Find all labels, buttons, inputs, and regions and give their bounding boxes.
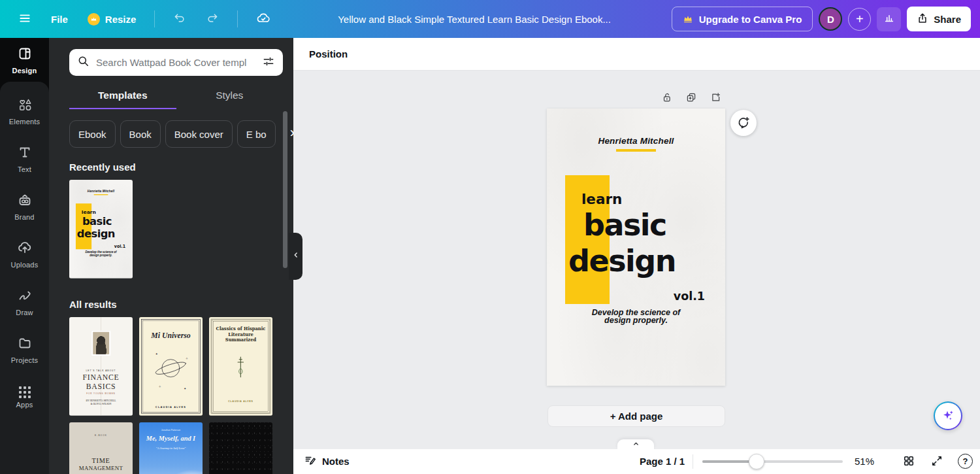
cover-subtitle: FOR YOUNG WOMEN: [69, 392, 133, 395]
sidebar-item-design[interactable]: Design: [0, 38, 49, 82]
yellow-underline-element[interactable]: [616, 149, 656, 152]
share-button[interactable]: Share: [907, 7, 971, 31]
zoom-slider[interactable]: [702, 460, 843, 463]
cover-art: Classics of HispanicLiteratureSummarized…: [209, 317, 272, 416]
basic-text-element[interactable]: basic: [583, 210, 666, 240]
duplicate-page-icon[interactable]: [685, 92, 697, 103]
folder-icon: [17, 335, 33, 354]
learn-text-element[interactable]: learn: [581, 192, 622, 207]
workspace[interactable]: Henrietta Mitchell learn basic design vo…: [293, 71, 980, 449]
add-page-button[interactable]: + Add page: [547, 405, 725, 427]
upgrade-to-pro-button[interactable]: Upgrade to Canva Pro: [672, 7, 813, 31]
design-page[interactable]: Henrietta Mitchell learn basic design vo…: [547, 109, 725, 386]
sidebar-item-label: Projects: [11, 356, 38, 364]
sidebar-item-apps[interactable]: Apps: [0, 373, 49, 421]
template-thumbnail-classics-hispanic[interactable]: Classics of HispanicLiteratureSummarized…: [209, 317, 272, 416]
sidebar-item-label: Draw: [16, 309, 33, 316]
cover-photo: [91, 331, 110, 356]
panel-tabs: Templates Styles: [69, 84, 283, 109]
crown-pro-icon: [88, 13, 100, 25]
help-button[interactable]: ?: [958, 454, 973, 469]
text-T-icon: [17, 144, 33, 163]
top-bar: File Resize Yellow and Black Simple Text…: [0, 0, 980, 38]
resize-label: Resize: [105, 14, 137, 25]
zoom-percentage[interactable]: 51%: [849, 456, 880, 467]
sidebar-item-brand[interactable]: Brand: [0, 182, 49, 230]
unlock-icon[interactable]: [661, 92, 673, 103]
grid-view-button[interactable]: [901, 454, 917, 469]
cover-title: TIME: [69, 457, 133, 465]
main-menu-button[interactable]: [12, 7, 38, 32]
sidebar-item-uploads[interactable]: Uploads: [0, 230, 49, 278]
design-icon: [17, 46, 33, 64]
tagline-text-element[interactable]: Develop the science ofdesign properly.: [547, 309, 725, 324]
chip-book-cover[interactable]: Book cover: [165, 120, 233, 148]
template-thumbnail-me-myself-and-i[interactable]: Jonathan Patterson Me, Myself, and I "A …: [139, 422, 203, 474]
insights-button[interactable]: [877, 7, 901, 31]
template-thumbnail-time-management[interactable]: E-BOOK TIME MANAGEMENT Effective techniq…: [69, 422, 133, 474]
undo-button[interactable]: [167, 7, 193, 32]
search-input[interactable]: [96, 57, 256, 68]
chip-e-book[interactable]: E bo: [237, 120, 276, 148]
cover-author: Henrietta Mitchell: [69, 190, 133, 193]
ai-assistant-button[interactable]: [934, 401, 962, 430]
bottombar-collapse-tab[interactable]: [617, 439, 654, 449]
share-label: Share: [934, 14, 961, 25]
draw-pen-icon: [17, 288, 33, 306]
recently-used-heading: Recently used: [69, 161, 283, 173]
notes-button[interactable]: Notes: [304, 454, 350, 469]
add-comment-button[interactable]: [730, 110, 757, 136]
cover-word-learn: learn: [82, 209, 96, 214]
file-menu-button[interactable]: File: [44, 8, 74, 30]
comment-add-icon: [736, 115, 751, 131]
cloud-check-icon: [256, 11, 270, 27]
notes-icon: [304, 454, 317, 469]
search-box: [69, 49, 283, 76]
sidebar-item-draw[interactable]: Draw: [0, 278, 49, 326]
template-thumbnail-basic-design[interactable]: Henrietta Mitchell learn basic design vo…: [69, 180, 133, 279]
account-avatar[interactable]: D: [819, 7, 842, 31]
chip-ebook[interactable]: Ebook: [69, 120, 116, 148]
cover-title: MANAGEMENT: [69, 465, 133, 471]
cover-title: Me, Myself, and I: [139, 434, 203, 442]
panel-collapse-tab[interactable]: [289, 233, 302, 280]
all-results-heading: All results: [69, 299, 283, 310]
add-page-icon[interactable]: [710, 92, 721, 103]
topbar-left-group: File Resize: [0, 6, 277, 33]
redo-button[interactable]: [199, 7, 225, 32]
star-icon: ✦: [184, 387, 186, 390]
star-icon: ✧: [159, 385, 161, 388]
cover-byline: BY HENRIETTA MITCHELL& OLIVIA WILSON: [69, 399, 133, 405]
position-button[interactable]: Position: [304, 44, 353, 63]
zoom-slider-thumb[interactable]: [749, 454, 764, 469]
add-member-button[interactable]: +: [848, 8, 871, 31]
fullscreen-button[interactable]: [929, 454, 945, 469]
bottombar-divider: [693, 454, 693, 469]
cover-vol: vol.1: [114, 245, 125, 248]
resize-button[interactable]: Resize: [81, 8, 143, 31]
template-thumbnail-finance-basics[interactable]: LET'S TALK ABOUT FINANCE BASICS FOR YOUN…: [69, 317, 133, 416]
page-indicator: Page 1 / 1: [640, 456, 685, 467]
design-text-element[interactable]: design: [568, 246, 676, 276]
template-thumbnail-temporary-pleasure[interactable]: TEMPORARY PLEASURE: [209, 422, 272, 474]
tab-styles[interactable]: Styles: [176, 84, 284, 109]
vol-text-element[interactable]: vol.1: [674, 291, 705, 303]
sidebar-item-elements[interactable]: Elements: [0, 87, 49, 135]
cloud-save-status-button[interactable]: [250, 6, 277, 33]
panel-scrollbar[interactable]: [283, 111, 287, 268]
template-thumbnail-mi-universo[interactable]: Mi Universo ✦ ✧ ✧ ✦ CLAUDIA ALVES: [139, 317, 203, 416]
filter-sliders-icon[interactable]: [262, 55, 275, 71]
tab-templates[interactable]: Templates: [69, 84, 176, 109]
document-title[interactable]: Yellow and Black Simple Textured Learn B…: [277, 14, 671, 25]
author-text-element[interactable]: Henrietta Mitchell: [547, 136, 725, 146]
chips-scroll-right-button[interactable]: ›: [290, 126, 293, 140]
file-menu-label: File: [51, 14, 68, 25]
chip-book[interactable]: Book: [120, 120, 161, 148]
sidebar-item-text[interactable]: Text: [0, 135, 49, 182]
saturn-drawing: [152, 354, 189, 384]
topbar-divider: [154, 10, 155, 27]
sidebar-item-projects[interactable]: Projects: [0, 326, 49, 373]
cover-title: FINANCE: [69, 373, 133, 382]
chevron-right-icon: ›: [290, 124, 293, 141]
expand-arrows-icon: [930, 454, 943, 469]
